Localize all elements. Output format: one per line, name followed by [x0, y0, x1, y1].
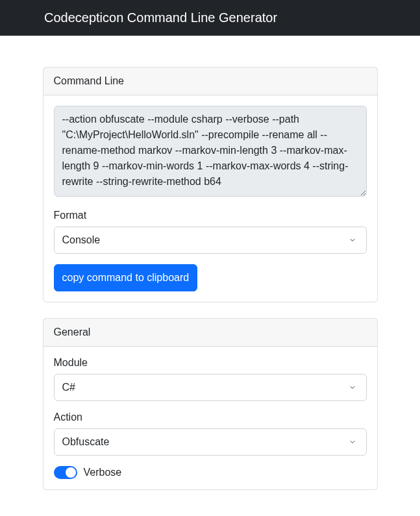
page-title: Codecepticon Command Line Generator — [0, 10, 420, 25]
module-select-wrapper: C# — [54, 374, 367, 401]
verbose-group: Verbose — [54, 466, 367, 479]
action-select-wrapper: Obfuscate — [54, 428, 367, 456]
module-group: Module C# — [54, 357, 367, 401]
format-select[interactable]: Console — [54, 227, 367, 254]
command-line-body: --action obfuscate --module csharp --ver… — [43, 95, 377, 302]
command-line-header: Command Line — [43, 68, 377, 95]
module-select[interactable]: C# — [54, 374, 367, 401]
copy-button[interactable]: copy command to clipboard — [54, 264, 198, 291]
format-select-wrapper: Console — [54, 227, 367, 254]
format-label: Format — [54, 210, 367, 221]
command-line-card: Command Line --action obfuscate --module… — [43, 67, 378, 302]
navbar: Codecepticon Command Line Generator — [0, 0, 420, 36]
copy-button-group: copy command to clipboard — [54, 264, 367, 291]
action-select[interactable]: Obfuscate — [54, 428, 367, 456]
action-group: Action Obfuscate — [54, 412, 367, 456]
verbose-label[interactable]: Verbose — [84, 467, 122, 478]
main-container: Command Line --action obfuscate --module… — [35, 36, 386, 516]
command-output-textarea[interactable]: --action obfuscate --module csharp --ver… — [54, 106, 367, 197]
general-header: General — [43, 319, 377, 347]
general-body: Module C# Action Obfuscate Verbose — [43, 347, 377, 489]
action-label: Action — [54, 412, 367, 423]
module-label: Module — [54, 357, 367, 369]
general-card: General Module C# Action Obfuscate — [43, 318, 378, 490]
format-group: Format Console — [54, 210, 367, 254]
command-output-group: --action obfuscate --module csharp --ver… — [54, 106, 367, 199]
verbose-toggle[interactable] — [54, 466, 77, 479]
